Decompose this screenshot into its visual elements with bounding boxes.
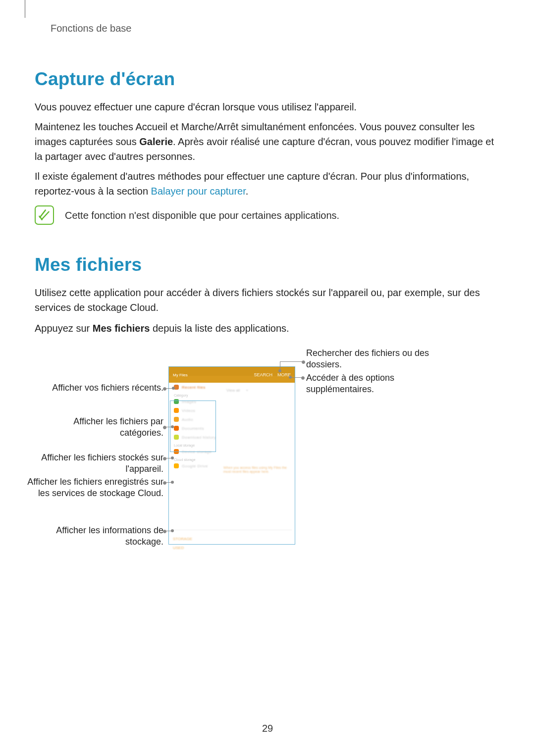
leader-device-dot: [171, 456, 174, 459]
leader-recent-dot: [172, 387, 175, 390]
app-title: My Files: [173, 373, 188, 377]
annotated-figure: My Files SEARCH MORE Recent files View a…: [35, 347, 500, 554]
callout-categories: Afficher les fichiers par catégories.: [35, 416, 163, 438]
callout-more-label: Accéder à des options supplémentaires.: [306, 372, 435, 395]
app-titlebar: My Files SEARCH MORE: [169, 367, 295, 383]
page-header: Fonctions de base: [51, 23, 500, 34]
callout-search: Rechercher des fichiers ou des dossiers.: [306, 348, 435, 370]
category-highlight-box: [170, 401, 216, 452]
callout-search-label: Rechercher des fichiers ou des dossiers.: [306, 348, 435, 370]
view-all[interactable]: View all: [226, 388, 240, 393]
recent-label: Recent files: [182, 385, 206, 390]
note-text: Cette fonction n'est disponible que pour…: [65, 205, 339, 223]
detail-hint: When you access files using My Files the…: [223, 466, 290, 476]
capture-paragraph-3: Il existe également d'autres méthodes po…: [35, 169, 500, 199]
storage-used-link[interactable]: STORAGE USED: [173, 533, 203, 538]
callout-recent: Afficher vos fichiers récents.: [35, 382, 163, 394]
files-p2-bold: Mes fichiers: [93, 323, 150, 334]
capture-p2-bold: Galerie: [139, 136, 173, 147]
plus-icon[interactable]: +: [246, 388, 248, 393]
swipe-capture-link[interactable]: Balayer pour capturer: [151, 186, 246, 197]
capture-paragraph-1: Vous pouvez effectuer une capure d'écran…: [35, 100, 500, 114]
callout-more: Accéder à des options supplémentaires.: [306, 372, 435, 395]
leader-more-dot: [289, 376, 292, 379]
callout-categories-label: Afficher les fichiers par catégories.: [35, 416, 163, 438]
cloud-icon: [174, 463, 179, 468]
files-paragraph-1: Utilisez cette application pour accéder …: [35, 285, 500, 315]
section-title-capture: Capture d'écran: [35, 69, 500, 90]
capture-p3-b: .: [246, 186, 249, 197]
section-title-files: Mes fichiers: [35, 254, 500, 275]
leader-categories-dot: [171, 425, 174, 428]
cloud-drive-label: Google Drive: [182, 464, 208, 468]
callout-storage: Afficher les informations de stockage.: [35, 525, 163, 547]
header-rule: [25, 0, 25, 18]
leader-search-dot: [278, 369, 281, 372]
callout-recent-label: Afficher vos fichiers récents.: [52, 382, 163, 394]
files-p2-b: depuis la liste des applications.: [150, 323, 289, 334]
storage-used-label: STORAGE USED: [173, 537, 192, 550]
leader-search: [280, 361, 305, 362]
cloud-section-label: Cloud storage: [169, 456, 295, 461]
callout-cloud-label: Afficher les fichiers enregistrés sur le…: [20, 476, 163, 499]
note-icon: [35, 205, 54, 225]
leader-more: [290, 377, 304, 378]
search-button[interactable]: SEARCH: [254, 372, 272, 377]
page-number: 29: [0, 723, 535, 734]
leader-cloud-dot: [171, 481, 174, 484]
device-screen: My Files SEARCH MORE Recent files View a…: [168, 366, 295, 545]
callout-storage-label: Afficher les informations de stockage.: [35, 525, 163, 547]
capture-p3-a: Il existe également d'autres méthodes po…: [35, 171, 469, 197]
callout-device-label: Afficher les fichiers stockés sur l'appa…: [35, 452, 163, 474]
capture-paragraph-2: Maintenez les touches Accueil et Marche/…: [35, 119, 500, 164]
callout-cloud: Afficher les fichiers enregistrés sur le…: [20, 476, 163, 499]
callout-device: Afficher les fichiers stockés sur l'appa…: [35, 452, 163, 474]
files-paragraph-2: Appuyez sur Mes fichiers depuis la liste…: [35, 321, 500, 336]
recent-right-controls[interactable]: View all +: [226, 387, 261, 394]
files-p2-a: Appuyez sur: [35, 323, 93, 334]
leader-storage-dot: [171, 529, 174, 532]
